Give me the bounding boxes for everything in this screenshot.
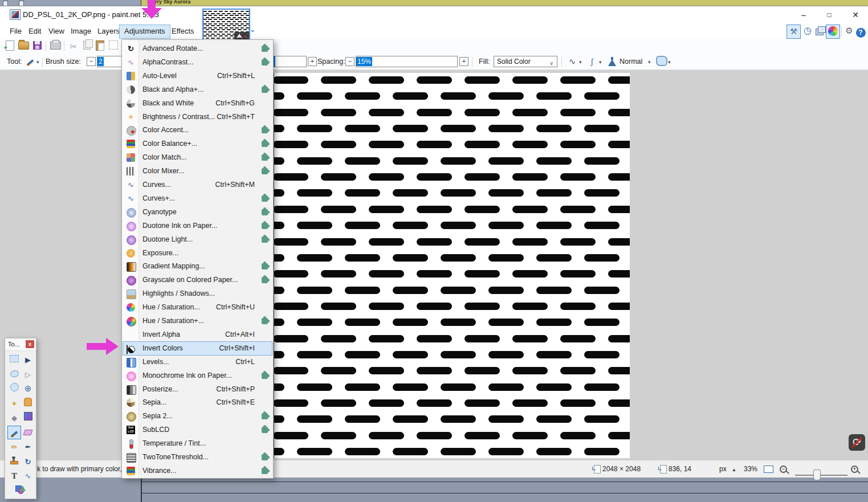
- menu-item-posterize[interactable]: Posterize...Ctrl+Shift+P: [123, 382, 272, 397]
- menu-item-color-mixer[interactable]: Color Mixer...: [123, 164, 272, 178]
- menu-item-black-and-white[interactable]: Black and WhiteCtrl+Shift+G: [123, 96, 272, 111]
- menu-item-invert-colors[interactable]: Invert ColorsCtrl+Shift+I: [123, 341, 272, 356]
- spacing-increment-button[interactable]: +: [459, 57, 468, 66]
- spacing-decrement-button[interactable]: −: [345, 57, 354, 66]
- menu-item-hue-saturation[interactable]: Hue / Saturation...Ctrl+Shift+U: [123, 300, 272, 315]
- stabilizer-caret-icon[interactable]: ▾: [599, 59, 602, 65]
- menu-item-duotone-light[interactable]: Duotone Light...: [123, 232, 272, 247]
- brush-size-decrement-button[interactable]: −: [87, 57, 96, 66]
- tool-ellipse-select[interactable]: [7, 382, 21, 395]
- tool-eraser[interactable]: [21, 426, 35, 439]
- brush-size-increment-button[interactable]: +: [308, 57, 317, 66]
- menu-item-alphacontrast[interactable]: ∿AlphaContrast...: [123, 55, 272, 70]
- open-button[interactable]: [17, 40, 30, 53]
- tool-gradient[interactable]: [21, 411, 35, 425]
- paste-button[interactable]: [93, 40, 106, 53]
- menu-item-curves[interactable]: ∿Curves+...: [123, 191, 272, 206]
- tool-magic-wand[interactable]: ✶: [7, 397, 21, 410]
- unit-select[interactable]: px: [719, 465, 727, 473]
- history-window-toggle-button[interactable]: ◷: [801, 25, 814, 37]
- unit-caret-icon[interactable]: ▲: [732, 467, 736, 472]
- menu-item-sepia-2[interactable]: Sepia 2...: [123, 409, 272, 423]
- menu-item-temperature-tint[interactable]: Temperature / Tint...: [123, 436, 272, 451]
- menu-adjustments[interactable]: Adjustments: [119, 25, 170, 39]
- tool-recolor[interactable]: ↻: [21, 455, 35, 468]
- tool-clone-stamp[interactable]: [7, 455, 21, 468]
- blend-mode-value[interactable]: Normal: [620, 58, 642, 66]
- antialias-caret-icon[interactable]: ▾: [579, 59, 582, 65]
- menu-item-sublcd[interactable]: Sub LCDSubLCD: [123, 423, 272, 437]
- antialias-mode-button[interactable]: ∿: [566, 55, 578, 68]
- menu-item-hue-saturation[interactable]: Hue / Saturation+...: [123, 314, 272, 328]
- menu-effects[interactable]: Effects: [166, 25, 199, 38]
- menu-item-black-and-alpha[interactable]: Black and Alpha+...: [123, 83, 272, 97]
- zoom-slider-track[interactable]: [795, 475, 847, 476]
- minimize-button[interactable]: –: [795, 7, 812, 22]
- tool-move-selection[interactable]: ▷: [21, 368, 35, 381]
- tool-rectangle-select[interactable]: [7, 353, 21, 366]
- fill-style-select[interactable]: Solid Color ∨: [494, 56, 557, 67]
- selection-caret-icon[interactable]: ▾: [668, 59, 671, 65]
- tool-paintbrush[interactable]: [7, 426, 21, 439]
- tool-zoom-tool[interactable]: ⊕: [21, 382, 35, 395]
- image-list-chevron-icon[interactable]: ⌄: [250, 26, 254, 34]
- tool-dropdown-caret-icon[interactable]: ▾: [36, 59, 39, 65]
- menu-item-gradient-mapping[interactable]: Gradient Mapping...: [123, 259, 272, 274]
- blend-mode-button[interactable]: [606, 57, 618, 70]
- tools-palette-close-button[interactable]: x: [26, 340, 34, 348]
- stabilizer-mode-button[interactable]: ∫: [586, 55, 598, 68]
- menu-item-sepia[interactable]: Sepia...Ctrl+Shift+E: [123, 395, 272, 410]
- tool-paint-bucket[interactable]: ◆: [7, 411, 21, 425]
- close-button[interactable]: ✕: [847, 7, 864, 22]
- brush-size-slider-field[interactable]: [274, 56, 307, 67]
- maximize-button[interactable]: □: [821, 7, 838, 22]
- new-button[interactable]: [3, 40, 16, 53]
- menu-item-color-accent[interactable]: Color Accent...: [123, 123, 272, 137]
- brush-size-input[interactable]: 2: [97, 56, 122, 67]
- zoom-to-window-button[interactable]: [764, 466, 773, 473]
- tool-shapes[interactable]: [13, 484, 27, 497]
- menu-item-monochrome-ink-on-paper[interactable]: Monochrome Ink on Paper...: [123, 369, 272, 383]
- image-canvas[interactable]: [274, 73, 630, 458]
- selection-mode-button[interactable]: [655, 56, 668, 68]
- help-button[interactable]: ?: [854, 26, 867, 38]
- tool-lasso-select[interactable]: [7, 368, 21, 381]
- settings-button[interactable]: ⚙: [843, 25, 855, 37]
- tool-line-curve[interactable]: ∿: [21, 469, 35, 483]
- save-button[interactable]: [31, 40, 43, 53]
- menu-item-cyanotype[interactable]: Cyanotype: [123, 205, 272, 219]
- menu-item-advanced-rotate[interactable]: ↻Advanced Rotate...: [123, 42, 272, 56]
- tools-window-toggle-button[interactable]: ⚒: [787, 25, 801, 39]
- tool-move-pixels[interactable]: ▶: [21, 353, 35, 366]
- menu-item-levels[interactable]: Levels...Ctrl+L: [123, 355, 272, 369]
- menu-item-curves[interactable]: ∿Curves...Ctrl+Shift+M: [123, 178, 272, 192]
- tool-text-tool[interactable]: T: [7, 469, 21, 483]
- menu-item-color-balance[interactable]: Color Balance+...: [123, 137, 272, 151]
- menu-item-exposure[interactable]: Exposure...: [123, 246, 272, 260]
- colors-window-toggle-button[interactable]: [826, 25, 840, 39]
- print-button[interactable]: [49, 40, 62, 53]
- menu-item-vibrance[interactable]: Vibrance...: [123, 464, 272, 478]
- menu-item-highlights-shadows[interactable]: Highlights / Shadows...: [123, 287, 272, 301]
- zoom-slider-thumb[interactable]: [813, 470, 821, 480]
- menu-item-brightness-contrast[interactable]: ☀Brightness / Contrast...Ctrl+Shift+T: [123, 110, 272, 124]
- tools-palette-titlebar[interactable]: To... x: [5, 338, 36, 351]
- blend-mode-caret-icon[interactable]: ▾: [648, 59, 651, 65]
- layers-window-toggle-button[interactable]: [813, 26, 826, 39]
- current-tool-button[interactable]: [24, 55, 36, 67]
- spacing-input[interactable]: 15%: [356, 56, 458, 67]
- tool-pencil[interactable]: ✏: [7, 440, 21, 454]
- image-tab-thumbnail[interactable]: [202, 9, 250, 40]
- menu-item-auto-level[interactable]: Auto-LevelCtrl+Shift+L: [123, 69, 272, 83]
- zoom-out-button[interactable]: −: [780, 466, 787, 473]
- cut-button[interactable]: ✂: [67, 40, 80, 53]
- menu-item-grayscale-on-colored-paper[interactable]: Grayscale on Colored Paper...: [123, 273, 272, 287]
- crop-button[interactable]: [107, 40, 120, 53]
- menu-item-color-match[interactable]: Color Match...: [123, 150, 272, 165]
- menu-item-twotonethreshold[interactable]: TwoToneThreshold...: [123, 450, 272, 464]
- zoom-in-button[interactable]: +: [851, 466, 858, 473]
- tool-pan[interactable]: [21, 397, 35, 410]
- tool-color-picker[interactable]: ✒: [21, 440, 35, 454]
- menu-item-duotone-ink-on-paper[interactable]: Duotone Ink on Paper...: [123, 219, 272, 233]
- menu-item-invert-alpha[interactable]: Invert AlphaCtrl+Alt+I: [123, 328, 272, 342]
